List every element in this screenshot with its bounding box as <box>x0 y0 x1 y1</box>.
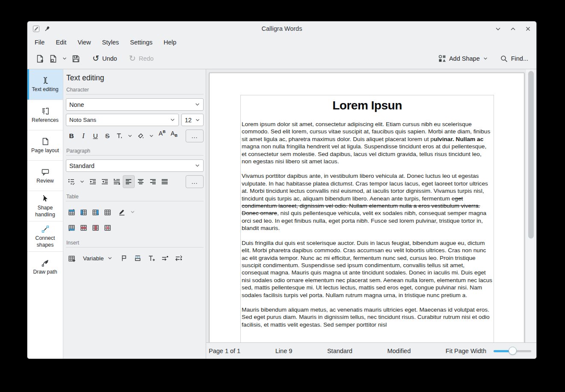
sidebar-tab-label: Shape handling <box>28 205 62 218</box>
sidebar-tab-text-editing[interactable]: Text editing <box>27 69 63 100</box>
insert-row-below-button[interactable] <box>66 221 77 233</box>
text-frame[interactable]: Lorem Ipsun Lorem ipsum dolor sit amet, … <box>240 95 494 342</box>
sidebar-tab-label: References <box>32 117 59 124</box>
highlight-color-dropdown-icon[interactable] <box>147 130 156 142</box>
open-document-dropdown-icon[interactable] <box>60 54 69 63</box>
find-label: Find... <box>511 55 528 62</box>
pin-icon[interactable] <box>44 26 50 32</box>
document-paragraph[interactable]: Duis fringilla dui quis est scelerisque … <box>242 239 493 299</box>
sidebar-tab-references[interactable]: References <box>27 100 63 130</box>
open-document-button[interactable] <box>47 53 60 65</box>
paragraph-more-button[interactable]: ... <box>186 175 204 188</box>
connect-shapes-icon <box>41 224 50 234</box>
endnote-button[interactable] <box>173 252 184 264</box>
vertical-scrollbar[interactable] <box>525 69 536 342</box>
increase-indent-button[interactable] <box>99 176 110 188</box>
align-right-button[interactable] <box>147 176 158 188</box>
redo-label: Redo <box>139 55 154 62</box>
minimize-icon[interactable] <box>495 26 501 32</box>
superscript-button[interactable]: AB <box>157 130 168 142</box>
document-text[interactable]: Lorem ipsum dolor sit amet, consectetur … <box>242 121 493 328</box>
delete-row-button[interactable] <box>78 221 89 233</box>
insert-row-above-button[interactable] <box>66 206 77 218</box>
redo-button[interactable]: ↻ Redo <box>127 53 156 64</box>
insert-column-left-button[interactable] <box>78 206 89 218</box>
decrease-indent-button[interactable] <box>87 176 98 188</box>
sidebar-tab-connect-shapes[interactable]: Connect shapes <box>27 221 63 251</box>
text-color-icon <box>115 132 123 140</box>
align-left-icon <box>125 178 133 186</box>
merge-cells-button[interactable] <box>102 206 113 218</box>
list-style-dropdown-icon[interactable] <box>78 176 86 188</box>
new-document-button[interactable] <box>33 53 47 65</box>
sidebar-tab-label: Review <box>36 178 53 184</box>
sidebar-tab-draw-path[interactable]: Draw path <box>27 251 63 282</box>
character-section-label: Character <box>66 87 204 93</box>
align-center-button[interactable] <box>135 176 146 188</box>
zoom-mode-button[interactable]: Fit Page Width <box>446 348 486 354</box>
highlight-color-button[interactable] <box>135 130 146 142</box>
first-line-indent-button[interactable] <box>111 176 122 188</box>
font-size-select[interactable]: 12 <box>181 114 204 126</box>
subscript-button[interactable]: AB <box>169 130 180 142</box>
bold-button[interactable]: B <box>66 130 77 142</box>
sidebar-tab-shape-handling[interactable]: Shape handling <box>27 191 63 221</box>
app-window: Calligra Words FileEditViewStylesSetting… <box>27 21 536 359</box>
sidebar-tab-label: Connect shapes <box>28 235 62 248</box>
document-page[interactable]: Lorem Ipsun Lorem ipsum dolor sit amet, … <box>209 73 524 342</box>
menu-view[interactable]: View <box>72 38 96 47</box>
align-left-button[interactable] <box>123 176 134 188</box>
character-style-select[interactable]: None <box>66 98 204 111</box>
split-cells-button[interactable] <box>102 221 113 233</box>
font-family-select[interactable]: Noto Sans <box>66 114 179 126</box>
bookmark-button[interactable] <box>118 252 130 264</box>
close-icon[interactable] <box>525 26 531 32</box>
text-color-button[interactable] <box>114 130 125 142</box>
zoom-slider-handle[interactable] <box>509 347 517 355</box>
panel-title: Text editing <box>66 74 204 83</box>
underline-button[interactable]: U <box>90 130 101 142</box>
list-style-button[interactable] <box>66 176 77 188</box>
italic-button[interactable]: I <box>78 130 89 142</box>
sidebar-tab-page-layout[interactable]: Page layout <box>27 130 63 160</box>
undo-icon: ↺ <box>92 54 99 62</box>
insert-column-right-button[interactable] <box>90 206 101 218</box>
add-shape-dropdown-icon <box>483 56 488 61</box>
align-center-icon <box>137 178 145 186</box>
zoom-slider[interactable] <box>494 347 531 355</box>
document-paragraph[interactable]: Mauris bibendum aliquam metus, ac venena… <box>242 306 493 328</box>
window-title: Calligra Words <box>27 25 536 32</box>
menu-file[interactable]: File <box>29 38 50 47</box>
sidebar-tab-review[interactable]: Review <box>27 160 63 191</box>
statusbar: Page 1 of 1 Line 9 Standard Modified Fit… <box>206 342 536 359</box>
strikethrough-button[interactable]: S <box>102 130 113 142</box>
document-paragraph[interactable]: Vivamus porttitor dapibus ante, in vesti… <box>242 172 493 232</box>
variable-dropdown[interactable]: Variable <box>80 252 116 264</box>
text-color-dropdown-icon[interactable] <box>126 130 134 142</box>
document-heading[interactable]: Lorem Ipsun <box>242 99 493 112</box>
save-button[interactable] <box>69 53 83 65</box>
chevron-down-icon <box>170 117 175 123</box>
maximize-icon[interactable] <box>510 26 516 32</box>
vertical-scrollbar-thumb[interactable] <box>528 71 534 239</box>
insert-text-button[interactable] <box>146 252 157 264</box>
document-view[interactable]: Lorem Ipsun Lorem ipsum dolor sit amet, … <box>206 69 536 342</box>
insert-table-button[interactable] <box>66 252 77 264</box>
justify-button[interactable] <box>159 176 170 188</box>
menu-help[interactable]: Help <box>158 38 182 47</box>
add-shape-button[interactable]: Add Shape <box>436 53 490 64</box>
delete-column-button[interactable] <box>90 221 101 233</box>
character-more-button[interactable]: ... <box>186 130 204 142</box>
footnote-button[interactable] <box>160 252 171 264</box>
border-pen-dropdown-icon[interactable] <box>128 206 137 218</box>
bookmark-icon <box>120 254 128 262</box>
border-pen-button[interactable] <box>116 206 127 218</box>
paragraph-style-select[interactable]: Standard <box>66 159 204 172</box>
menu-settings[interactable]: Settings <box>124 38 158 47</box>
menu-edit[interactable]: Edit <box>50 38 72 47</box>
undo-button[interactable]: ↺ Undo <box>90 53 119 64</box>
find-button[interactable]: Find... <box>498 53 530 65</box>
document-paragraph[interactable]: Lorem ipsum dolor sit amet, consectetur … <box>242 121 493 165</box>
menu-styles[interactable]: Styles <box>97 38 125 47</box>
page-break-button[interactable] <box>132 252 143 264</box>
